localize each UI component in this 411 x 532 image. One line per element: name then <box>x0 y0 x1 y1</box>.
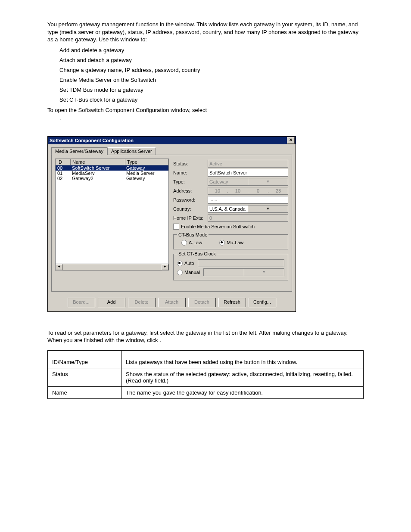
open-window-text: To open the Softswitch Component Configu… <box>47 106 364 114</box>
config-button[interactable]: Config... <box>249 298 276 307</box>
intro-bullet-list: Add and delete a gateway Attach and deta… <box>47 47 364 103</box>
bullet-item: Attach and detach a gateway <box>59 57 364 63</box>
address-label: Address: <box>173 188 208 193</box>
list-row[interactable]: 01 MediaServ Media Server <box>56 171 168 176</box>
scroll-right-icon[interactable]: ► <box>162 264 168 270</box>
board-button[interactable]: Board... <box>68 298 95 307</box>
type-label: Type: <box>173 179 208 184</box>
status-label: Status: <box>173 161 208 166</box>
dialog-titlebar: Softswitch Component Configuration ✕ <box>48 137 296 144</box>
tab-media-server-gateway[interactable]: Media Server/Gateway <box>51 147 107 155</box>
tab-applications-server[interactable]: Applications Server <box>107 147 156 155</box>
enable-media-server-label: Enable Media Server on Softswitch <box>181 224 255 229</box>
auto-radio[interactable]: Auto <box>177 261 194 267</box>
status-field: Active <box>208 160 288 168</box>
list-hscrollbar[interactable]: ◄ ► <box>56 264 168 270</box>
homeip-field: 0 <box>208 214 288 222</box>
table-row: NameThe name you gave the gateway for ea… <box>48 386 364 398</box>
attach-button[interactable]: Attach <box>158 298 186 307</box>
delete-button[interactable]: Delete <box>128 298 156 307</box>
open-window-dot: . <box>47 115 364 122</box>
bullet-item: Add and delete a gateway <box>59 47 364 53</box>
table-header-row <box>48 350 364 356</box>
auto-clock-field <box>198 259 284 267</box>
list-row[interactable]: 02 Gateway2 Gateway <box>56 176 168 181</box>
gateway-listview[interactable]: ID Name Type 00 SoftSwitch Server Gatewa… <box>55 159 169 271</box>
dialog-title: Softswitch Component Configuration <box>50 138 134 143</box>
enable-media-server-checkbox[interactable] <box>173 224 179 230</box>
refresh-button[interactable]: Refresh <box>218 298 246 307</box>
after-paragraph: To read or set parameters for a gateway,… <box>47 329 364 344</box>
manual-radio[interactable]: Manual <box>177 270 200 276</box>
chevron-down-icon: ▼ <box>244 269 284 276</box>
country-select[interactable]: U.S.A. & Canada▼ <box>208 205 288 213</box>
list-row[interactable]: 00 SoftSwitch Server Gateway <box>56 165 168 171</box>
add-button[interactable]: Add <box>98 298 125 307</box>
col-header-id[interactable]: ID <box>56 159 71 165</box>
bullet-item: Change a gateway name, IP address, passw… <box>59 67 364 73</box>
chevron-down-icon: ▼ <box>248 178 288 185</box>
intro-paragraph: You perform gateway management functions… <box>47 21 364 44</box>
chevron-down-icon[interactable]: ▼ <box>248 205 288 212</box>
config-dialog: Softswitch Component Configuration ✕ Med… <box>47 136 296 312</box>
ctbus-clock-group: Set CT-Bus Clock Auto Manual ▼ <box>173 251 288 280</box>
detach-button[interactable]: Detach <box>188 298 216 307</box>
homeip-label: Home IP Exts: <box>173 215 208 221</box>
col-header-type[interactable]: Type <box>125 159 168 165</box>
table-row: StatusShows the status of the selected g… <box>48 368 364 386</box>
ctbus-mode-group: CT-Bus Mode A-Law Mu-Law <box>173 232 288 250</box>
name-label: Name: <box>173 170 208 175</box>
country-label: Country: <box>173 206 208 212</box>
scroll-left-icon[interactable]: ◄ <box>56 264 62 270</box>
manual-clock-select: ▼ <box>203 268 284 276</box>
close-icon[interactable]: ✕ <box>287 137 295 144</box>
mulaw-radio[interactable]: Mu-Law <box>219 240 243 246</box>
type-select: Gateway▼ <box>208 178 288 186</box>
password-label: Password: <box>173 197 208 202</box>
name-input[interactable]: SoftSwitch Server <box>208 169 288 177</box>
bullet-item: Set TDM Bus mode for a gateway <box>59 87 364 93</box>
bullet-item: Enable Media Server on the Softswitch <box>59 77 364 83</box>
parameter-table: ID/Name/TypeLists gateways that have bee… <box>47 350 364 399</box>
table-row: ID/Name/TypeLists gateways that have bee… <box>48 356 364 368</box>
col-header-name[interactable]: Name <box>71 159 125 165</box>
bullet-item: Set CT-Bus clock for a gateway <box>59 96 364 103</box>
address-field: 10. 10. 0. 23 <box>208 187 288 195</box>
password-input[interactable]: ······ <box>208 196 288 204</box>
alaw-radio[interactable]: A-Law <box>181 240 202 246</box>
